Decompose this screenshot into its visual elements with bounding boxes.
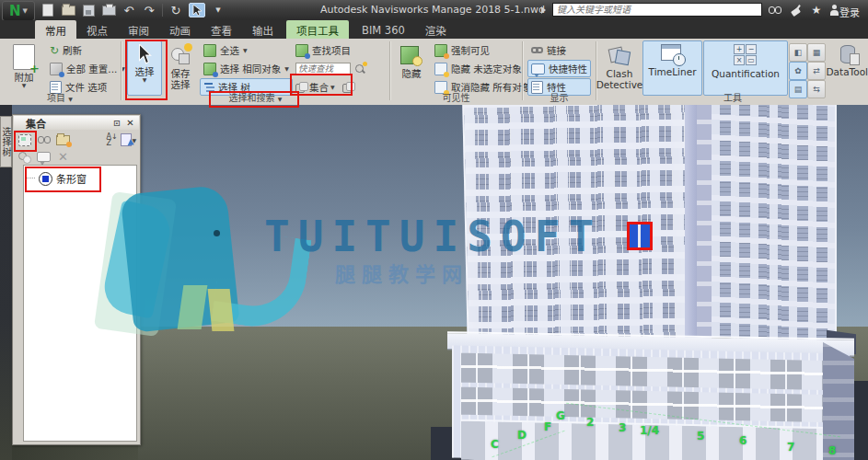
tab-animation[interactable]: 动画 [159,20,201,39]
print-icon [102,6,116,16]
save-icon [83,5,95,17]
appearance-profiler-button[interactable]: ▦ [807,43,826,62]
select-tool-qat-button[interactable] [189,3,205,17]
quantification-button[interactable]: +−×▭ Quantification [703,40,788,96]
expand-arrow-icon[interactable] [541,6,546,14]
select-same-button[interactable]: 选择 相同对象▼ [200,60,293,77]
group-tools: Clash Detective TimeLiner +−×▭ Quantific… [597,39,868,105]
select-all-icon [203,44,216,57]
refresh-button[interactable]: ↻刷新 [46,41,129,59]
group-label-select-search[interactable]: 选择和搜索 ▼ [122,90,388,104]
favorites-button[interactable]: ★ [807,3,826,17]
sets-tree[interactable]: 条形窗 [23,165,137,442]
select-all-button[interactable]: 全选▼ [200,41,293,59]
hide-unselected-icon [434,63,447,75]
animator-button[interactable]: ✿ [789,62,807,80]
building-tower-corner [685,105,697,344]
grid-label-6: 6 [739,434,746,447]
sign-in-label[interactable]: 登录 [839,5,860,19]
application-menu-button[interactable]: N▼ [2,1,35,21]
quick-find-row [292,60,369,77]
save-selection-set-button[interactable] [16,132,33,148]
tab-viewpoint[interactable]: 视点 [76,20,118,39]
comment-icon [37,152,51,162]
title-bar: N▼ ↶ ↷ ↻ ▼ Autodesk Navisworks Manage 20… [0,0,868,20]
podium-window-row-upper [461,353,834,390]
save-search-button[interactable] [35,132,52,148]
print-button[interactable] [101,4,116,17]
group-label-visibility[interactable]: 可见性 [391,90,521,104]
reset-all-button[interactable]: 全部 重置...▼ [46,60,129,77]
help-search-input[interactable] [552,3,762,17]
datatools-button[interactable]: DataTools [829,40,868,96]
delete-button[interactable]: ✕ [54,148,72,165]
new-file-button[interactable] [41,4,55,17]
save-selection-button[interactable]: 保存 选择 [163,40,198,96]
add-comment-button[interactable] [35,148,52,165]
communication-center-button[interactable] [787,3,805,17]
appearance-icon: ▦ [813,48,821,57]
close-icon[interactable]: ✕ [125,118,135,128]
grid-label-F: F [544,420,551,433]
group-label-display[interactable]: 显示 [524,90,595,104]
set-item-row[interactable]: 条形窗 [26,170,87,187]
quick-find-button[interactable] [354,63,365,75]
tab-bim360[interactable]: BIM 360 [352,20,415,39]
duplicate-button[interactable] [16,148,33,165]
tab-render[interactable]: 渲染 [415,20,457,39]
import-export-button[interactable]: ▼ [120,132,137,148]
save-button[interactable] [81,4,96,17]
sort-button[interactable]: A↓Z [103,132,121,148]
timeliner-button[interactable]: TimeLiner [642,40,702,96]
quick-properties-icon [531,63,545,75]
selected-window-highlight[interactable] [627,222,653,250]
tab-output[interactable]: 输出 [242,20,284,39]
group-project: + 附加 ▼ ↻刷新 全部 重置...▼ 文件 选项 项目 ▼ [0,39,120,105]
quick-properties-button[interactable]: 快捷特性 [527,60,591,77]
sets-panel-titlebar[interactable]: 集合 ⊡ ✕ [14,116,139,130]
chevron-down-icon: ▼ [215,7,220,14]
grid-label-G: G [556,409,565,422]
redo-icon: ↷ [145,5,155,17]
datatools-icon [840,44,859,64]
grid-label-3: 3 [619,421,626,434]
binoculars-icon [38,136,51,144]
group-label-project[interactable]: 项目 ▼ [0,90,120,104]
qat-customize-button[interactable]: ▼ [211,4,226,17]
group-label-tools[interactable]: 工具 [597,90,868,104]
search-help-button[interactable] [766,3,784,17]
links-button[interactable]: 链接 [527,41,591,59]
find-items-button[interactable]: 查找项目 [292,41,369,59]
autodesk-rendering-button[interactable]: ◧ [789,43,807,62]
quantification-icon: +−×▭ [734,44,758,66]
hide-button[interactable]: 隐藏 [394,40,429,96]
save-selection-icon [169,44,191,66]
redo-button[interactable]: ↷ [142,4,156,17]
tab-item-tools[interactable]: 项目工具 [286,20,349,39]
tab-view[interactable]: 查看 [201,20,242,39]
import-export-icon [121,133,132,146]
new-file-icon [42,4,53,17]
render-icon: ◧ [794,48,803,57]
timeliner-icon [661,44,685,64]
undo-button[interactable]: ↶ [122,4,136,17]
set-item-label: 条形窗 [56,171,87,186]
undo-icon: ↶ [124,5,134,17]
pin-icon[interactable]: ⊡ [113,119,122,128]
refresh-button-qat[interactable]: ↻ [168,4,183,17]
open-file-button[interactable] [61,4,75,17]
quick-find-input[interactable] [295,63,351,75]
new-folder-button[interactable] [54,132,72,148]
clash-detective-button[interactable]: Clash Detective [597,40,642,96]
require-icon [434,44,447,57]
append-button[interactable]: + 附加 ▼ [6,40,42,96]
batch-utility-button[interactable]: ⇄ [807,62,826,80]
selection-tree-tab[interactable]: 选择树 [0,116,12,167]
tab-review[interactable]: 审阅 [118,20,159,39]
tree-branch [26,178,35,179]
open-folder-icon [62,6,75,16]
tab-home[interactable]: 常用 [35,20,76,39]
select-button[interactable]: 选择 ▼ [127,40,162,96]
building-tower-right-face [712,105,837,344]
binoculars-icon [769,6,781,14]
